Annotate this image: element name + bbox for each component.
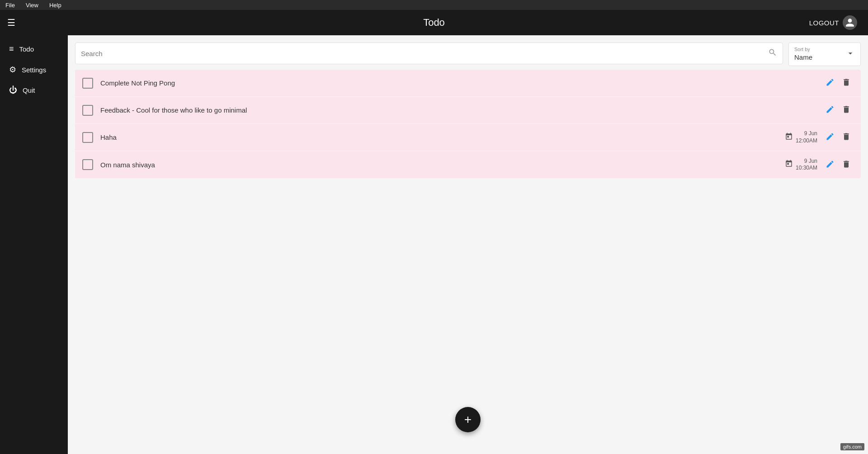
todo-text: Complete Not Ping Pong <box>100 79 823 87</box>
logout-button[interactable]: LOGOUT <box>809 15 857 30</box>
todo-text: Haha <box>100 133 785 141</box>
sort-dropdown[interactable]: Sort by Name <box>788 43 861 66</box>
menu-bar: File View Help <box>0 0 868 10</box>
todo-actions <box>823 75 854 91</box>
sort-value: Name <box>794 52 812 62</box>
todo-checkbox[interactable] <box>82 78 93 89</box>
menu-view[interactable]: View <box>24 1 40 9</box>
edit-button[interactable] <box>823 75 837 91</box>
sidebar-item-quit[interactable]: ⏻ Quit <box>0 80 68 100</box>
logout-label: LOGOUT <box>809 19 839 27</box>
todo-date-text: 9 Jun10:30AM <box>796 158 817 172</box>
gear-icon: ⚙ <box>9 65 16 75</box>
sidebar: ☰ ≡ Todo ⚙ Settings ⏻ Quit <box>0 10 68 454</box>
sidebar-item-todo-label: Todo <box>19 45 34 53</box>
main-content: Todo LOGOUT Sort by <box>68 10 868 454</box>
todo-item: Complete Not Ping Pong <box>75 70 861 97</box>
menu-help[interactable]: Help <box>47 1 63 9</box>
top-header: Todo LOGOUT <box>68 10 868 35</box>
todo-date: 9 Jun10:30AM <box>785 158 817 172</box>
sort-label: Sort by <box>794 47 812 52</box>
todo-item: Feedback - Cool for those who like to go… <box>75 97 861 124</box>
watermark: gifs.com <box>840 443 864 450</box>
todo-list: Complete Not Ping PongFeedback - Cool fo… <box>75 70 861 178</box>
sidebar-header: ☰ <box>0 10 68 35</box>
todo-actions: 9 Jun12:00AM <box>785 129 854 145</box>
edit-button[interactable] <box>823 157 837 173</box>
add-todo-button[interactable]: + <box>455 407 481 432</box>
todo-date-text: 9 Jun12:00AM <box>796 130 817 144</box>
sort-info: Sort by Name <box>794 47 812 62</box>
calendar-icon <box>785 132 793 142</box>
todo-item: Haha9 Jun12:00AM <box>75 124 861 151</box>
sidebar-item-quit-label: Quit <box>23 86 35 94</box>
todo-actions <box>823 102 854 118</box>
calendar-icon <box>785 160 793 170</box>
power-icon: ⏻ <box>9 85 17 95</box>
todo-checkbox[interactable] <box>82 105 93 116</box>
todo-item: Om nama shivaya9 Jun10:30AM <box>75 151 861 178</box>
search-sort-row: Sort by Name <box>75 43 861 66</box>
todo-text: Feedback - Cool for those who like to go… <box>100 106 823 114</box>
sidebar-nav: ≡ Todo ⚙ Settings ⏻ Quit <box>0 35 68 104</box>
search-icon <box>768 48 777 59</box>
search-input[interactable] <box>81 50 768 57</box>
todo-actions: 9 Jun10:30AM <box>785 157 854 173</box>
todo-checkbox[interactable] <box>82 159 93 170</box>
chevron-down-icon <box>846 49 855 60</box>
hamburger-icon[interactable]: ☰ <box>7 17 15 28</box>
app-title: Todo <box>423 17 445 28</box>
delete-button[interactable] <box>839 102 854 118</box>
delete-button[interactable] <box>839 75 854 91</box>
todo-text: Om nama shivaya <box>100 161 785 169</box>
sidebar-item-todo[interactable]: ≡ Todo <box>0 39 68 59</box>
search-container <box>75 43 783 64</box>
edit-button[interactable] <box>823 102 837 118</box>
edit-button[interactable] <box>823 129 837 145</box>
list-icon: ≡ <box>9 44 14 54</box>
app-layout: ☰ ≡ Todo ⚙ Settings ⏻ Quit Todo LOGOUT <box>0 10 868 454</box>
menu-file[interactable]: File <box>4 1 17 9</box>
avatar <box>843 15 857 30</box>
sidebar-item-settings[interactable]: ⚙ Settings <box>0 59 68 80</box>
delete-button[interactable] <box>839 129 854 145</box>
delete-button[interactable] <box>839 157 854 173</box>
content-area: Sort by Name Complete Not Ping PongFeedb… <box>68 35 868 454</box>
sidebar-item-settings-label: Settings <box>22 66 46 74</box>
todo-checkbox[interactable] <box>82 132 93 143</box>
todo-date: 9 Jun12:00AM <box>785 130 817 144</box>
